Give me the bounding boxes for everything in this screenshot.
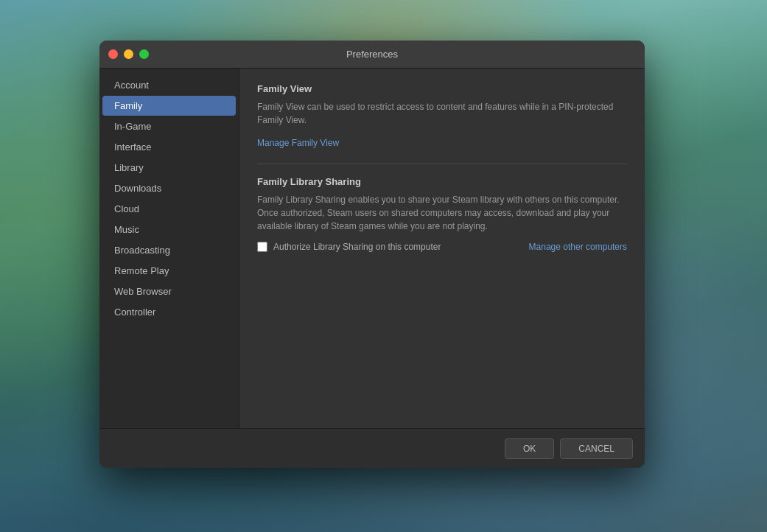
family-library-sharing-title: Family Library Sharing: [257, 176, 627, 187]
sidebar: Account Family In-Game Interface Library…: [99, 69, 239, 428]
sidebar-item-account[interactable]: Account: [102, 75, 236, 95]
sidebar-item-remote-play[interactable]: Remote Play: [102, 261, 236, 281]
authorize-library-sharing-row: Authorize Library Sharing on this comput…: [257, 242, 627, 252]
sidebar-item-cloud[interactable]: Cloud: [102, 199, 236, 219]
ok-button[interactable]: OK: [505, 438, 554, 459]
sidebar-item-family[interactable]: Family: [102, 96, 236, 116]
manage-other-computers-link[interactable]: Manage other computers: [529, 242, 627, 252]
preferences-dialog: Preferences Account Family In-Game Inter…: [99, 41, 645, 468]
sidebar-item-in-game[interactable]: In-Game: [102, 116, 236, 136]
cancel-button[interactable]: CANCEL: [560, 438, 633, 459]
authorize-library-sharing-label: Authorize Library Sharing on this comput…: [273, 242, 523, 252]
family-view-section: Family View Family View can be used to r…: [257, 83, 627, 149]
section-divider: [257, 164, 627, 164]
sidebar-item-music[interactable]: Music: [102, 220, 236, 239]
minimize-button[interactable]: [124, 49, 133, 59]
authorize-library-sharing-checkbox[interactable]: [257, 242, 267, 252]
sidebar-item-downloads[interactable]: Downloads: [102, 178, 236, 198]
family-view-title: Family View: [257, 83, 627, 94]
sidebar-item-web-browser[interactable]: Web Browser: [102, 281, 236, 301]
titlebar: Preferences: [99, 41, 645, 69]
window-controls: [108, 49, 149, 59]
sidebar-item-library[interactable]: Library: [102, 158, 236, 178]
family-library-sharing-description: Family Library Sharing enables you to sh…: [257, 193, 627, 233]
maximize-button[interactable]: [139, 49, 149, 59]
main-content: Family View Family View can be used to r…: [239, 69, 645, 428]
sidebar-item-controller[interactable]: Controller: [102, 302, 236, 322]
sidebar-item-broadcasting[interactable]: Broadcasting: [102, 240, 236, 260]
manage-family-view-link[interactable]: Manage Family View: [257, 138, 339, 148]
dialog-footer: OK CANCEL: [99, 428, 645, 468]
dialog-title: Preferences: [346, 49, 398, 60]
family-library-sharing-section: Family Library Sharing Family Library Sh…: [257, 176, 627, 252]
close-button[interactable]: [108, 49, 118, 59]
sidebar-item-interface[interactable]: Interface: [102, 137, 236, 157]
family-view-description: Family View can be used to restrict acce…: [257, 100, 627, 127]
dialog-body: Account Family In-Game Interface Library…: [99, 69, 645, 428]
